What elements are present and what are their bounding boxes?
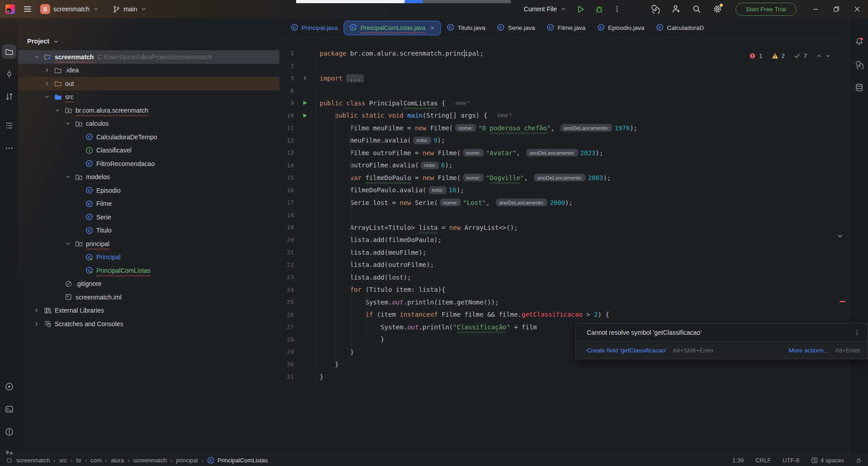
code-line[interactable]: 18 — [279, 209, 849, 222]
tree-row[interactable]: CSerie — [18, 210, 279, 224]
indent-setting[interactable]: 4 spaces — [811, 457, 844, 464]
tree-chevron-icon[interactable] — [65, 174, 71, 180]
pull-requests-icon[interactable] — [2, 89, 16, 104]
tree-row[interactable]: out — [18, 77, 279, 90]
breadcrumb-item[interactable]: screenmatch — [16, 457, 50, 464]
tree-row[interactable]: modelos — [18, 171, 279, 184]
code-line[interactable]: 1package br.com.alura.screenmatch.princi… — [279, 47, 849, 60]
error-stripe-mark[interactable] — [840, 301, 845, 302]
code-line[interactable]: 21 lista.add(meuFilme); — [279, 246, 849, 259]
folded-imports[interactable]: ... — [346, 74, 364, 82]
ai-assistant-icon[interactable] — [852, 57, 866, 72]
code-line[interactable]: 13 Filme outroFilme = new Filme(nome:"Av… — [279, 147, 849, 159]
code-line[interactable]: 15 var filmeDoPaulo = new Filme(nome:"Do… — [279, 171, 849, 184]
problems-icon[interactable] — [2, 424, 16, 439]
breadcrumb-item[interactable]: com — [90, 457, 102, 464]
tree-chevron-icon[interactable] — [34, 54, 39, 60]
structure-icon[interactable] — [2, 118, 16, 133]
run-icon[interactable] — [2, 379, 16, 394]
write-access-lock-icon[interactable] — [856, 457, 862, 463]
code-line[interactable]: 20 lista.add(filmeDoPaulo); — [279, 234, 849, 247]
tab-Titulo.java[interactable]: CTitulo.java — [441, 21, 491, 35]
tree-row[interactable]: CCalculadoraDeTempo — [18, 130, 279, 144]
code-line[interactable]: 17 Serie lost = new Serie(nome:"Lost", a… — [279, 196, 849, 209]
tree-chevron-icon[interactable] — [44, 94, 50, 100]
tree-row[interactable]: CFilme — [18, 197, 279, 211]
tree-row[interactable]: screenmatch.iml — [18, 290, 279, 304]
run-configuration-selector[interactable]: Current File — [524, 5, 566, 13]
code-line[interactable]: 26 if (item instanceof Filme filme && fi… — [279, 309, 849, 321]
settings-gear-icon[interactable] — [713, 5, 722, 14]
code-line[interactable]: 12 meuFilme.avalia(nota:9); — [279, 134, 849, 147]
tree-chevron-icon[interactable] — [65, 241, 71, 247]
tree-row[interactable]: CEpisodio — [18, 184, 279, 197]
tree-row[interactable]: .gitignore — [18, 277, 279, 291]
start-free-trial-button[interactable]: Start Free Trial — [736, 3, 797, 16]
tab-CalculadoraDeTempo.java[interactable]: CCalculadoraDeTempo.java — [650, 21, 710, 35]
code-line[interactable]: 19 ArrayList<Titulo> lista = new ArrayLi… — [279, 221, 849, 234]
code-line[interactable]: 14 outroFilme.avalia(nota:6); — [279, 159, 849, 172]
project-folder-icon[interactable] — [2, 44, 16, 59]
code-line[interactable]: 11 Filme meuFilme = new Filme(nome:"O po… — [279, 122, 849, 134]
tab-Principal.java[interactable]: CPrincipal.java — [285, 21, 344, 35]
restore-button[interactable] — [833, 5, 840, 13]
quick-fix-link[interactable]: Create field 'getClassificacao' — [587, 347, 666, 354]
breadcrumb-item[interactable]: br — [76, 457, 81, 464]
line-separator[interactable]: CRLF — [755, 457, 771, 464]
tree-row[interactable]: CPrincipal — [18, 251, 279, 264]
breadcrumb-item[interactable]: alura — [111, 457, 124, 464]
breadcrumb-item[interactable]: principal — [176, 457, 198, 464]
tree-row[interactable]: CFiltroRecomendacao — [18, 157, 279, 171]
code-line[interactable]: 3import ... — [279, 72, 849, 85]
breadcrumb-current-file[interactable]: CPrincipalComListas — [207, 456, 268, 464]
commit-icon[interactable] — [2, 67, 16, 81]
file-encoding[interactable]: UTF-8 — [783, 457, 799, 464]
tree-chevron-icon[interactable] — [44, 67, 50, 73]
main-menu-icon[interactable] — [23, 5, 32, 14]
database-icon[interactable] — [852, 80, 866, 95]
project-widget[interactable]: S screenmatch — [40, 4, 99, 14]
code-line[interactable]: 8 — [279, 85, 849, 97]
code-line[interactable]: 23 lista.add(lost); — [279, 271, 849, 284]
run-line-icon[interactable] — [294, 100, 316, 106]
more-actions-link[interactable]: More actions... — [789, 347, 829, 354]
tree-row[interactable]: screenmatchC:\Users\junin\IdeaProjects\s… — [18, 50, 279, 64]
code-line[interactable]: 30 } — [279, 358, 849, 371]
popup-kebab-icon[interactable] — [854, 329, 860, 336]
tree-row[interactable]: External Libraries — [18, 304, 279, 318]
tree-row[interactable]: br.com.alura.screenmatch — [18, 104, 279, 117]
code-line[interactable]: 16 filmeDoPaulo.avalia(nota:10); — [279, 184, 849, 197]
tree-chevron-icon[interactable] — [34, 308, 39, 313]
fold-arrow-icon[interactable] — [294, 75, 316, 81]
minimize-button[interactable] — [812, 5, 819, 13]
tab-Serie.java[interactable]: CSerie.java — [491, 21, 541, 35]
search-everywhere-icon[interactable] — [692, 5, 701, 14]
breadcrumb-item[interactable]: screenmatch — [133, 457, 167, 464]
tree-row[interactable]: calculos — [18, 117, 279, 131]
close-button[interactable] — [854, 5, 861, 13]
tree-row[interactable]: src — [18, 90, 279, 104]
tree-row[interactable]: CTitulo — [18, 224, 279, 238]
terminal-icon[interactable] — [2, 402, 16, 416]
code-line[interactable]: 10 public static void main(String[] args… — [279, 109, 849, 122]
breadcrumb-item[interactable]: src — [59, 457, 67, 464]
code-line[interactable]: 22 lista.add(outroFilme); — [279, 259, 849, 271]
project-panel-header[interactable]: Project — [18, 18, 279, 50]
tree-chevron-icon[interactable] — [44, 81, 50, 86]
debug-button[interactable] — [595, 5, 604, 14]
more-run-options-icon[interactable] — [613, 5, 621, 13]
tree-row[interactable]: CPrincipalComListas — [18, 264, 279, 277]
run-line-icon[interactable] — [294, 113, 316, 119]
branch-widget[interactable]: main — [113, 5, 146, 13]
tab-PrincipalComListas.java[interactable]: CPrincipalComListas.java — [344, 21, 441, 35]
code-line[interactable]: 24 for (Titulo item: lista){ — [279, 284, 849, 296]
caret-position[interactable]: 1:39 — [732, 457, 744, 464]
code-with-me-icon[interactable] — [671, 5, 680, 14]
code-viewport[interactable]: 1package br.com.alura.screenmatch.princi… — [279, 38, 849, 454]
code-line[interactable]: 9public class PrincipalComListas { new * — [279, 97, 849, 109]
tree-row[interactable]: principal — [18, 237, 279, 251]
close-icon[interactable] — [430, 25, 435, 30]
code-line[interactable]: 31} — [279, 371, 849, 383]
ai-assistant-icon[interactable] — [651, 5, 660, 14]
code-line[interactable]: 2 — [279, 60, 849, 72]
